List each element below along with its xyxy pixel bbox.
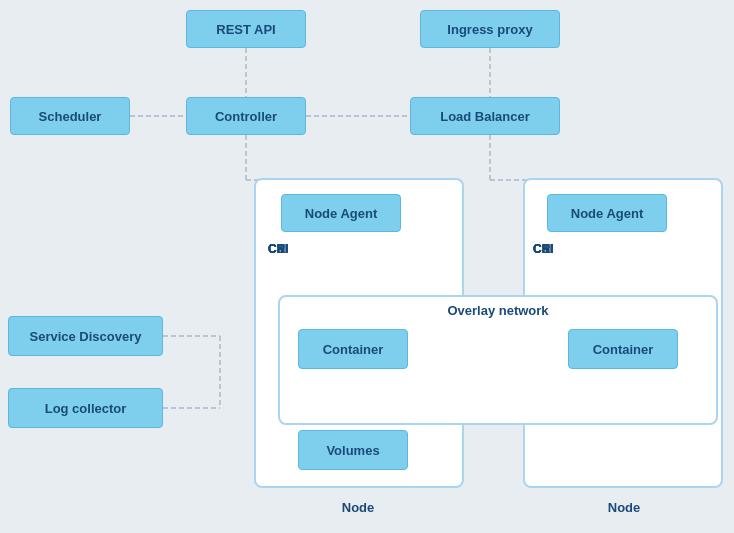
container2-box: Container <box>568 329 678 369</box>
container1-box: Container <box>298 329 408 369</box>
rest-api-box: REST API <box>186 10 306 48</box>
scheduler-box: Scheduler <box>10 97 130 135</box>
node2-label: Node <box>584 500 664 515</box>
volumes-box: Volumes <box>298 430 408 470</box>
architecture-diagram: REST API Ingress proxy Scheduler Control… <box>0 0 734 533</box>
node1-label: Node <box>318 500 398 515</box>
overlay-network-container: Overlay network Container Container <box>278 295 718 425</box>
node-agent-1-box: Node Agent <box>281 194 401 232</box>
service-discovery-box: Service Discovery <box>8 316 163 356</box>
overlay-label: Overlay network <box>447 303 548 318</box>
ingress-proxy-box: Ingress proxy <box>420 10 560 48</box>
load-balancer-box: Load Balancer <box>410 97 560 135</box>
controller-box: Controller <box>186 97 306 135</box>
node-agent-2-box: Node Agent <box>547 194 667 232</box>
log-collector-box: Log collector <box>8 388 163 428</box>
